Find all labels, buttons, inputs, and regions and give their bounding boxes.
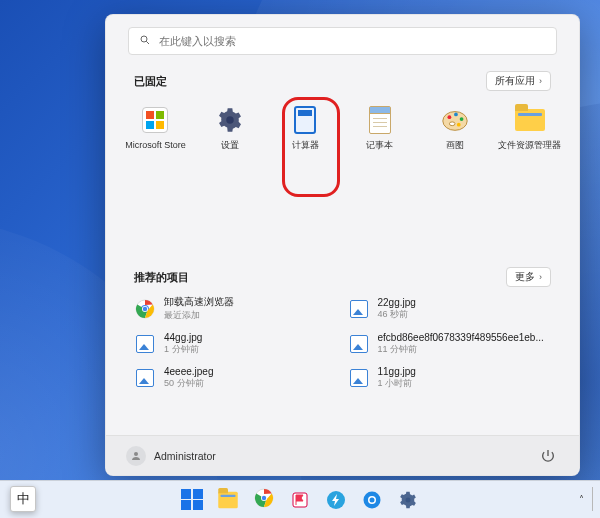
taskbar-settings[interactable] xyxy=(395,487,421,513)
pinned-app-label: 设置 xyxy=(221,141,239,151)
system-tray: ˄ xyxy=(573,480,598,518)
recommended-item-sub: 最近添加 xyxy=(164,309,234,322)
folder-icon xyxy=(515,105,545,135)
taskbar: ˄ xyxy=(0,480,600,518)
chevron-right-icon: › xyxy=(539,76,542,86)
pinned-app-label: 画图 xyxy=(446,141,464,151)
svg-point-0 xyxy=(141,36,147,42)
image-file-icon xyxy=(134,367,156,389)
start-button[interactable] xyxy=(179,487,205,513)
svg-point-8 xyxy=(449,122,455,126)
user-account-button[interactable]: Administrator xyxy=(126,446,216,466)
gear-icon xyxy=(398,490,418,510)
show-desktop-strip[interactable] xyxy=(592,487,596,511)
recommended-item-title: 44gg.jpg xyxy=(164,332,202,343)
taskbar-app-3[interactable] xyxy=(359,487,385,513)
browser-icon xyxy=(362,490,382,510)
recommended-item-sub: 46 秒前 xyxy=(378,308,416,321)
windows-logo-icon xyxy=(181,489,203,511)
recommended-section: 推荐的项目 更多 › 卸载高速浏览器最近添加 22gg.jpg46 秒前 44g… xyxy=(118,267,567,392)
chevron-right-icon: › xyxy=(539,272,542,282)
recommended-item[interactable]: 22gg.jpg46 秒前 xyxy=(348,293,552,324)
svg-point-16 xyxy=(262,495,266,499)
image-file-icon xyxy=(134,333,156,355)
flag-icon xyxy=(290,490,310,510)
search-input[interactable] xyxy=(159,35,546,47)
svg-point-7 xyxy=(457,123,461,127)
start-menu-footer: Administrator xyxy=(106,435,579,475)
svg-point-6 xyxy=(459,117,463,121)
recommended-item-sub: 11 分钟前 xyxy=(378,343,544,356)
pinned-app-settings[interactable]: 设置 xyxy=(193,101,268,173)
recommended-item-title: efcbd86ee8f0678339f489556ee1eb... xyxy=(378,332,544,343)
recommended-item[interactable]: efcbd86ee8f0678339f489556ee1eb...11 分钟前 xyxy=(348,330,552,358)
pinned-app-label: 记事本 xyxy=(366,141,393,151)
ime-indicator[interactable]: 中 xyxy=(10,486,36,512)
tray-overflow-button[interactable]: ˄ xyxy=(575,490,588,509)
svg-point-21 xyxy=(370,497,375,502)
recommended-item[interactable]: 4eeee.jpeg50 分钟前 xyxy=(134,364,338,392)
recommended-item-sub: 1 小时前 xyxy=(378,377,416,390)
svg-line-1 xyxy=(146,41,149,44)
image-file-icon xyxy=(348,367,370,389)
recommended-item[interactable]: 11gg.jpg1 小时前 xyxy=(348,364,552,392)
microsoft-store-icon xyxy=(140,105,170,135)
recommended-item-sub: 50 分钟前 xyxy=(164,377,214,390)
notepad-icon xyxy=(365,105,395,135)
svg-point-12 xyxy=(143,306,147,310)
svg-point-4 xyxy=(447,115,451,119)
recommended-item-sub: 1 分钟前 xyxy=(164,343,202,356)
search-box[interactable] xyxy=(128,27,557,55)
pinned-app-label: 文件资源管理器 xyxy=(498,141,561,151)
image-file-icon xyxy=(348,333,370,355)
recommended-title: 推荐的项目 xyxy=(134,270,189,285)
svg-point-13 xyxy=(134,452,138,456)
pinned-grid: Microsoft Store 设置 计算器 记事本 画图 文件资源管理器 xyxy=(114,101,571,173)
avatar-icon xyxy=(126,446,146,466)
recommended-item-title: 22gg.jpg xyxy=(378,297,416,308)
taskbar-app-2[interactable] xyxy=(323,487,349,513)
all-apps-label: 所有应用 xyxy=(495,74,535,88)
chrome-icon xyxy=(254,488,274,512)
search-icon xyxy=(139,34,151,48)
taskbar-app-1[interactable] xyxy=(287,487,313,513)
pinned-app-label: Microsoft Store xyxy=(125,141,186,151)
pinned-app-file-explorer[interactable]: 文件资源管理器 xyxy=(492,101,567,173)
recommended-item-title: 11gg.jpg xyxy=(378,366,416,377)
taskbar-chrome[interactable] xyxy=(251,487,277,513)
pinned-app-microsoft-store[interactable]: Microsoft Store xyxy=(118,101,193,173)
recommended-item-title: 卸载高速浏览器 xyxy=(164,295,234,309)
recommended-item[interactable]: 卸载高速浏览器最近添加 xyxy=(134,293,338,324)
pinned-app-label: 计算器 xyxy=(292,141,319,151)
taskbar-center xyxy=(179,487,421,513)
more-label: 更多 xyxy=(515,270,535,284)
start-menu: 已固定 所有应用 › Microsoft Store 设置 计算器 记事本 xyxy=(105,14,580,476)
power-button[interactable] xyxy=(537,445,559,467)
gear-icon xyxy=(215,105,245,135)
recommended-item[interactable]: 44gg.jpg1 分钟前 xyxy=(134,330,338,358)
pinned-app-notepad[interactable]: 记事本 xyxy=(343,101,418,173)
pinned-app-paint[interactable]: 画图 xyxy=(417,101,492,173)
pinned-app-calculator[interactable]: 计算器 xyxy=(268,101,343,173)
ime-label: 中 xyxy=(17,490,30,508)
all-apps-button[interactable]: 所有应用 › xyxy=(486,71,551,91)
more-button[interactable]: 更多 › xyxy=(506,267,551,287)
user-name: Administrator xyxy=(154,450,216,462)
calculator-icon xyxy=(290,105,320,135)
taskbar-file-explorer[interactable] xyxy=(215,487,241,513)
svg-point-5 xyxy=(454,113,458,117)
recommended-item-title: 4eeee.jpeg xyxy=(164,366,214,377)
paint-icon xyxy=(440,105,470,135)
browser-icon xyxy=(134,298,156,320)
image-file-icon xyxy=(348,298,370,320)
folder-icon xyxy=(218,491,238,508)
pinned-title: 已固定 xyxy=(134,74,167,89)
thunder-icon xyxy=(326,490,346,510)
